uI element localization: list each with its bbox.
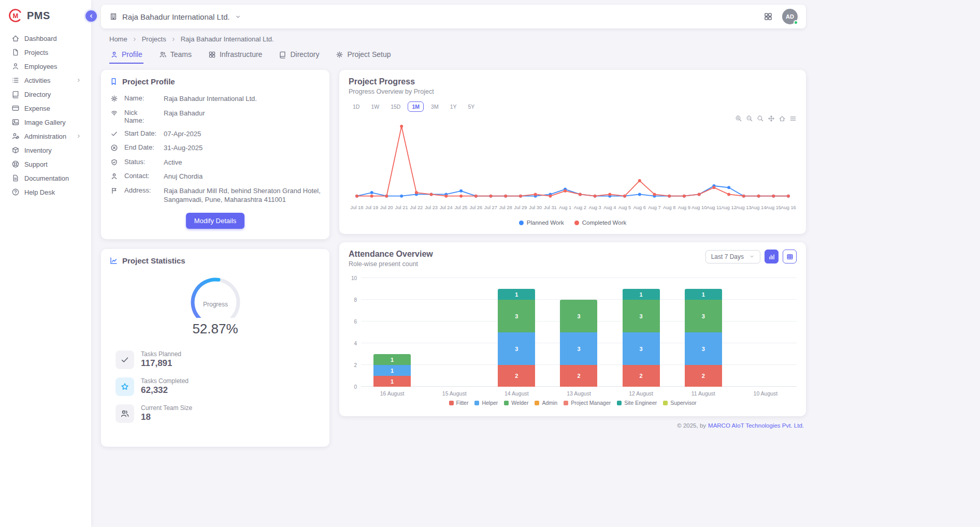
sidebar-item-label: Employees xyxy=(24,63,57,70)
legend-item-admin[interactable]: Admin xyxy=(535,400,557,406)
svg-text:Jul 30: Jul 30 xyxy=(529,205,542,210)
apps-icon xyxy=(763,12,773,21)
svg-text:Jul 26: Jul 26 xyxy=(469,205,482,210)
bar-segment-helper[interactable]: 3 xyxy=(685,332,722,365)
category-label: 16 August xyxy=(361,390,423,397)
sidebar-collapse-button[interactable] xyxy=(85,10,97,22)
range-15d-button[interactable]: 15D xyxy=(386,101,405,112)
menu-button[interactable] xyxy=(789,113,797,123)
tab-infrastructure[interactable]: Infrastructure xyxy=(207,46,263,64)
sidebar-item-help-desk[interactable]: Help Desk xyxy=(3,185,88,199)
range-1w-button[interactable]: 1W xyxy=(367,101,383,112)
company-selector[interactable]: Raja Bahadur International Ltd. xyxy=(109,12,241,21)
sidebar-item-dashboard[interactable]: Dashboard xyxy=(3,32,88,45)
legend-item-site-engineer[interactable]: Site Engineer xyxy=(617,400,657,406)
bar-segment-site-engineer[interactable]: 1 xyxy=(623,289,660,300)
home-button[interactable] xyxy=(779,113,786,123)
sidebar-item-label: Documentation xyxy=(24,174,69,182)
tab-profile[interactable]: Profile xyxy=(109,46,143,64)
category-label: 15 August xyxy=(423,390,485,397)
tab-label: Profile xyxy=(122,50,142,58)
user-avatar[interactable]: AD xyxy=(782,9,798,24)
modify-details-button[interactable]: Modify Details xyxy=(186,213,245,229)
legend-item-completed-work[interactable]: Completed Work xyxy=(574,219,626,226)
tab-project-setup[interactable]: Project Setup xyxy=(335,46,392,64)
zoom-out-button[interactable] xyxy=(746,113,753,123)
tab-label: Project Setup xyxy=(347,50,391,58)
y-tick-label: 0 xyxy=(354,384,357,390)
category-label: 12 August xyxy=(610,390,672,397)
svg-text:Jul 27: Jul 27 xyxy=(484,205,497,210)
bar-segment-welder[interactable]: 3 xyxy=(623,300,660,332)
table-view-button[interactable] xyxy=(783,250,797,264)
sidebar-item-projects[interactable]: Projects xyxy=(3,46,88,59)
bar-segment-site-engineer[interactable]: 1 xyxy=(685,289,722,300)
bar-segment-fitter[interactable]: 2 xyxy=(685,365,722,387)
attendance-range-select[interactable]: Last 7 Days xyxy=(705,250,760,264)
bar-segment-fitter[interactable]: 2 xyxy=(498,365,535,387)
legend-item-project-manager[interactable]: Project Manager xyxy=(564,400,611,406)
bar-segment-helper[interactable]: 3 xyxy=(623,332,660,365)
range-1y-button[interactable]: 1Y xyxy=(446,101,461,112)
bar-segment-helper[interactable]: 3 xyxy=(560,332,597,365)
sidebar-item-inventory[interactable]: Inventory xyxy=(3,143,88,157)
category-label: 10 August xyxy=(734,390,797,397)
sidebar-item-activities[interactable]: Activities xyxy=(3,74,88,87)
bar-segment-welder[interactable]: 3 xyxy=(498,300,535,332)
bar-segment-welder[interactable]: 1 xyxy=(373,354,411,365)
range-1d-button[interactable]: 1D xyxy=(349,101,364,112)
bar-segment-site-engineer[interactable]: 1 xyxy=(498,289,535,300)
sidebar-item-support[interactable]: Support xyxy=(3,157,88,171)
breadcrumb-item-projects[interactable]: Projects xyxy=(142,35,166,43)
tab-directory[interactable]: Directory xyxy=(278,46,320,64)
sidebar-item-label: Inventory xyxy=(24,147,52,154)
range-3m-button[interactable]: 3M xyxy=(427,101,443,112)
sidebar-item-expense[interactable]: Expense xyxy=(3,101,88,115)
support-icon xyxy=(11,160,20,168)
stat-icon-tile xyxy=(116,404,134,423)
legend-label: Welder xyxy=(511,400,528,406)
statistics-card-title: Project Statistics xyxy=(109,256,321,265)
bar-segment-fitter[interactable]: 2 xyxy=(623,365,660,387)
zoom-in-button[interactable] xyxy=(735,113,742,123)
field-value: Raja Bahadur xyxy=(164,109,321,118)
bar-segment-helper[interactable]: 1 xyxy=(373,365,411,376)
app-logo[interactable]: M PMS xyxy=(0,0,91,31)
apps-button[interactable] xyxy=(762,11,774,22)
sidebar-item-image-gallery[interactable]: Image Gallery xyxy=(3,115,88,129)
search-button[interactable] xyxy=(757,113,764,123)
footer-company-link[interactable]: MARCO AIoT Technologies Pvt. Ltd. xyxy=(708,422,804,429)
pan-button[interactable] xyxy=(768,113,775,123)
user-gear-icon xyxy=(11,132,20,140)
bar-segment-welder[interactable]: 3 xyxy=(560,300,597,332)
line-chart[interactable]: Jul 18Jul 19Jul 20Jul 21Jul 22Jul 23Jul … xyxy=(349,115,797,216)
bar-segment-fitter[interactable]: 1 xyxy=(373,376,411,387)
range-5y-button[interactable]: 5Y xyxy=(464,101,479,112)
sidebar-item-documentation[interactable]: Documentation xyxy=(3,171,88,185)
bar-chart[interactable]: 0246810 111233123323312331 xyxy=(349,278,797,387)
bar-segment-welder[interactable]: 3 xyxy=(685,300,722,332)
apps-icon xyxy=(208,51,216,58)
legend-item-welder[interactable]: Welder xyxy=(504,400,528,406)
breadcrumb-item-home[interactable]: Home xyxy=(109,35,127,43)
main-area: Raja Bahadur International Ltd. AD HomeP… xyxy=(91,0,980,527)
sidebar-item-employees[interactable]: Employees xyxy=(3,60,88,73)
legend-item-planned-work[interactable]: Planned Work xyxy=(519,219,564,226)
range-1m-button[interactable]: 1M xyxy=(408,101,424,112)
sidebar-item-administration[interactable]: Administration xyxy=(3,129,88,143)
field-value: 07-Apr-2025 xyxy=(164,129,321,139)
legend-item-helper[interactable]: Helper xyxy=(474,400,498,406)
bar-segment-helper[interactable]: 3 xyxy=(498,332,535,365)
tab-teams[interactable]: Teams xyxy=(158,46,193,64)
chevron-right-icon xyxy=(170,36,177,42)
sidebar-item-directory[interactable]: Directory xyxy=(3,87,88,101)
legend-item-fitter[interactable]: Fitter xyxy=(449,400,469,406)
range-buttons: 1D1W15D1M3M1Y5Y xyxy=(349,101,797,112)
y-tick-label: 6 xyxy=(354,319,357,325)
field-label: Name: xyxy=(124,94,157,102)
chart-view-button[interactable] xyxy=(765,250,779,264)
y-tick-label: 8 xyxy=(354,297,357,303)
legend-item-supervisor[interactable]: Supervisor xyxy=(663,400,696,406)
bar-segment-fitter[interactable]: 2 xyxy=(560,365,597,387)
svg-text:Jul 29: Jul 29 xyxy=(514,205,527,210)
